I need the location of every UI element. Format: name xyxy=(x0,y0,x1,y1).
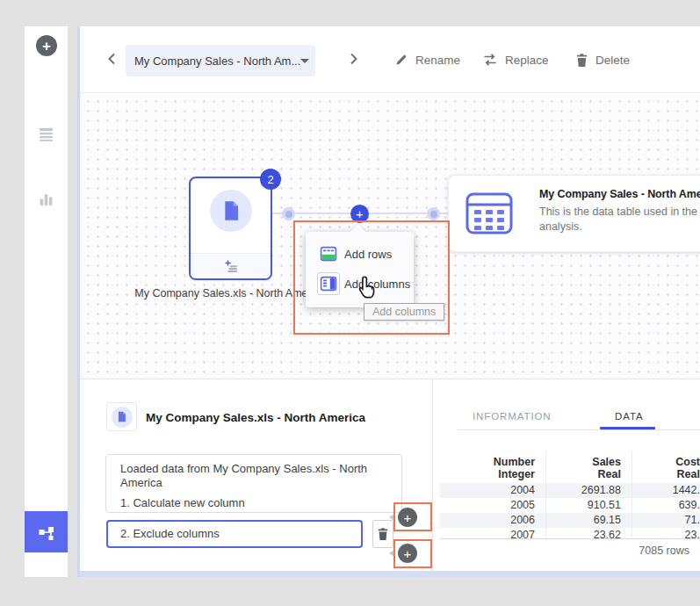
source-file-icon-box xyxy=(106,402,137,431)
data-cleaning-icon xyxy=(223,259,239,274)
replace-label: Replace xyxy=(505,54,549,67)
step-2-card[interactable]: 2. Exclude columns xyxy=(106,520,363,548)
add-rows-icon xyxy=(320,245,337,263)
chevron-down-icon xyxy=(300,59,309,63)
left-nav-rail: + xyxy=(25,26,68,577)
column-type: Real xyxy=(545,468,631,483)
trash-icon xyxy=(575,53,588,68)
column-header: Number xyxy=(440,451,545,468)
cell: 69.15 xyxy=(545,513,631,528)
cell: 23. xyxy=(631,528,700,539)
loaded-data-step-card[interactable]: Loaded data from My Company Sales.xls - … xyxy=(105,454,402,513)
pencil-icon xyxy=(394,53,408,67)
swap-arrows-icon xyxy=(482,53,498,67)
column-header: Cost xyxy=(631,451,700,468)
transformation-count-badge: 2 xyxy=(260,169,281,190)
row-count-label: 7085 rows xyxy=(639,545,689,557)
column-header: Sales xyxy=(545,451,631,468)
source-file-node[interactable]: 2 xyxy=(189,177,272,280)
loaded-data-text: Loaded data from My Company Sales.xls - … xyxy=(120,462,387,490)
cell: 2007 xyxy=(440,528,545,539)
data-canvas-nav-active[interactable] xyxy=(25,511,68,552)
hand-cursor-icon xyxy=(356,275,379,302)
canvas-toolbar: My Company Sales - North Am... Rename Re… xyxy=(80,26,700,92)
previous-dataset-icon[interactable] xyxy=(105,51,120,67)
transformations-strip xyxy=(191,253,271,278)
rename-button[interactable]: Rename xyxy=(394,49,460,70)
source-file-circle xyxy=(210,190,252,232)
canvas-bottom-edge xyxy=(80,571,700,577)
tab-information[interactable]: INFORMATION xyxy=(473,411,552,422)
insert-marker-arrow xyxy=(389,514,394,521)
delete-button[interactable]: Delete xyxy=(575,49,630,70)
rename-label: Rename xyxy=(415,54,460,67)
add-columns-tooltip: Add columns xyxy=(364,303,444,321)
cell: 71. xyxy=(631,513,700,528)
trash-icon xyxy=(377,527,389,541)
add-transformation-button[interactable]: + xyxy=(350,205,369,223)
replace-button[interactable]: Replace xyxy=(482,49,549,70)
bar-chart-icon[interactable] xyxy=(37,190,55,208)
table-row: 2004 2691.88 1442. xyxy=(440,483,700,498)
cell: 639. xyxy=(631,498,700,513)
tab-divider-line xyxy=(458,429,700,430)
add-icon[interactable]: + xyxy=(36,35,57,56)
tab-data[interactable]: DATA xyxy=(615,411,644,422)
document-icon xyxy=(220,200,242,221)
next-dataset-icon[interactable] xyxy=(345,51,361,67)
add-rows-label: Add rows xyxy=(344,248,392,261)
source-node-label: My Company Sales.xls - North America xyxy=(134,287,325,299)
data-table-description: This is the data table used in the analy… xyxy=(539,205,700,234)
cell: 1442. xyxy=(631,483,700,498)
menu-item-add-rows[interactable]: Add rows xyxy=(306,239,414,269)
column-type: Integer xyxy=(440,468,545,483)
document-icon xyxy=(116,411,127,422)
data-table-card[interactable]: My Company Sales - North America This is… xyxy=(448,175,700,252)
cell: 2005 xyxy=(440,498,545,513)
data-preview-table: Number Sales Cost Integer Real Real 2004… xyxy=(440,451,700,539)
bottom-detail-area: My Company Sales.xls - North America Loa… xyxy=(80,379,700,571)
cell: 2004 xyxy=(440,483,545,498)
column-type-row: Integer Real Real xyxy=(440,468,700,483)
data-canvas-page: My Company Sales - North Am... Rename Re… xyxy=(77,26,700,577)
cell: 2691.88 xyxy=(545,483,631,498)
delete-label: Delete xyxy=(595,54,630,67)
cell: 910.51 xyxy=(545,498,631,513)
source-steps-panel: My Company Sales.xls - North America Loa… xyxy=(80,379,433,572)
dataset-selector-dropdown[interactable]: My Company Sales - North Am... xyxy=(126,45,315,76)
connection-point-left[interactable] xyxy=(282,207,295,220)
data-canvas[interactable]: + 2 My Company Sales. xyxy=(80,92,700,379)
menu-notch xyxy=(350,224,365,240)
data-preview-panel: INFORMATION DATA Number Sales Cost Integ… xyxy=(433,379,700,572)
source-panel-title: My Company Sales.xls - North America xyxy=(146,411,365,424)
step-1-label: 1. Calculate new column xyxy=(120,496,387,510)
cell: 23.62 xyxy=(545,528,631,539)
table-row: 2006 69.15 71. xyxy=(440,513,700,528)
cell: 2006 xyxy=(440,513,545,528)
dataset-selector-label: My Company Sales - North Am... xyxy=(134,54,300,68)
delete-step-button[interactable] xyxy=(372,520,393,548)
insert-marker-arrow xyxy=(389,550,394,557)
files-list-icon[interactable] xyxy=(37,125,55,143)
insert-step-button-2[interactable]: + xyxy=(398,544,417,563)
connection-point-right[interactable] xyxy=(427,207,440,220)
column-name-row: Number Sales Cost xyxy=(440,451,700,468)
data-table-icon xyxy=(465,189,514,238)
insert-step-button-1[interactable]: + xyxy=(398,508,417,527)
table-body: 2004 2691.88 1442. 2005 910.51 639. 2006… xyxy=(440,483,700,539)
table-row: 2007 23.62 23. xyxy=(440,528,700,539)
table-row: 2005 910.51 639. xyxy=(440,498,700,513)
add-columns-icon xyxy=(320,275,337,292)
step-2-label: 2. Exclude columns xyxy=(120,527,220,540)
column-type: Real xyxy=(631,468,700,483)
flowchart-icon xyxy=(37,523,56,542)
data-table-title: My Company Sales - North America xyxy=(539,188,700,200)
